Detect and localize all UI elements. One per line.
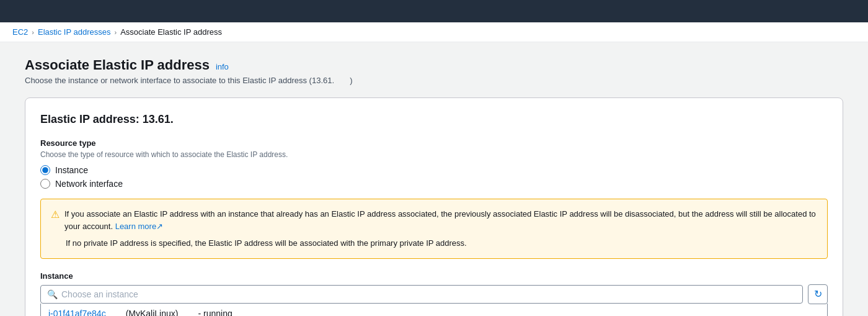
page-subtitle: Choose the instance or network interface… bbox=[25, 76, 843, 85]
search-icon: 🔍 bbox=[47, 289, 58, 299]
instance-search-input[interactable] bbox=[61, 289, 796, 299]
radio-instance-label: Instance bbox=[55, 165, 88, 175]
instance-dropdown-item[interactable]: i-01f41af7e84c (MyKaliLinux) - running bbox=[40, 304, 828, 317]
breadcrumb-current: Associate Elastic IP address bbox=[120, 27, 222, 37]
radio-network-interface[interactable]: Network interface bbox=[40, 179, 828, 189]
instance-search-input-box[interactable]: 🔍 bbox=[40, 285, 803, 304]
main-card: Elastic IP address: 13.61. Resource type… bbox=[25, 97, 843, 316]
instance-field-label: Instance bbox=[40, 271, 828, 281]
warning-box: ⚠ If you associate an Elastic IP address… bbox=[40, 199, 828, 259]
breadcrumb: EC2 › Elastic IP addresses › Associate E… bbox=[0, 22, 868, 42]
instance-status: - running bbox=[198, 309, 232, 317]
resource-type-desc: Choose the type of resource with which t… bbox=[40, 150, 828, 159]
warning-header: ⚠ If you associate an Elastic IP address… bbox=[51, 208, 817, 232]
page-title: Associate Elastic IP address bbox=[25, 57, 210, 73]
warning-icon: ⚠ bbox=[51, 209, 60, 220]
learn-more-link[interactable]: Learn more↗ bbox=[115, 222, 163, 231]
breadcrumb-sep-2: › bbox=[115, 29, 117, 36]
breadcrumb-elastic-ip[interactable]: Elastic IP addresses bbox=[38, 27, 111, 37]
radio-instance[interactable]: Instance bbox=[40, 165, 828, 175]
radio-network-interface-label: Network interface bbox=[55, 179, 123, 189]
resource-type-label: Resource type bbox=[40, 138, 828, 148]
info-link[interactable]: info bbox=[216, 62, 229, 71]
instance-id: i-01f41af7e84c bbox=[48, 309, 106, 317]
warning-secondary-text: If no private IP address is specified, t… bbox=[51, 237, 817, 250]
instance-name: (MyKaliLinux) bbox=[126, 309, 179, 317]
top-navigation-bar bbox=[0, 0, 868, 22]
refresh-button[interactable]: ↻ bbox=[808, 284, 828, 304]
breadcrumb-ec2[interactable]: EC2 bbox=[12, 27, 28, 37]
radio-network-interface-input[interactable] bbox=[40, 179, 50, 189]
warning-main-text: If you associate an Elastic IP address w… bbox=[64, 208, 817, 232]
instance-search-wrapper: 🔍 ↻ bbox=[40, 284, 828, 304]
breadcrumb-sep-1: › bbox=[32, 29, 34, 36]
resource-type-radio-group: Instance Network interface bbox=[40, 165, 828, 189]
radio-instance-input[interactable] bbox=[40, 165, 50, 175]
refresh-icon: ↻ bbox=[814, 288, 822, 300]
card-title: Elastic IP address: 13.61. bbox=[40, 113, 828, 126]
instance-field-section: Instance 🔍 ↻ i-01f41af7e84c (MyKaliLinux… bbox=[40, 271, 828, 317]
page-header: Associate Elastic IP address info bbox=[25, 57, 843, 73]
